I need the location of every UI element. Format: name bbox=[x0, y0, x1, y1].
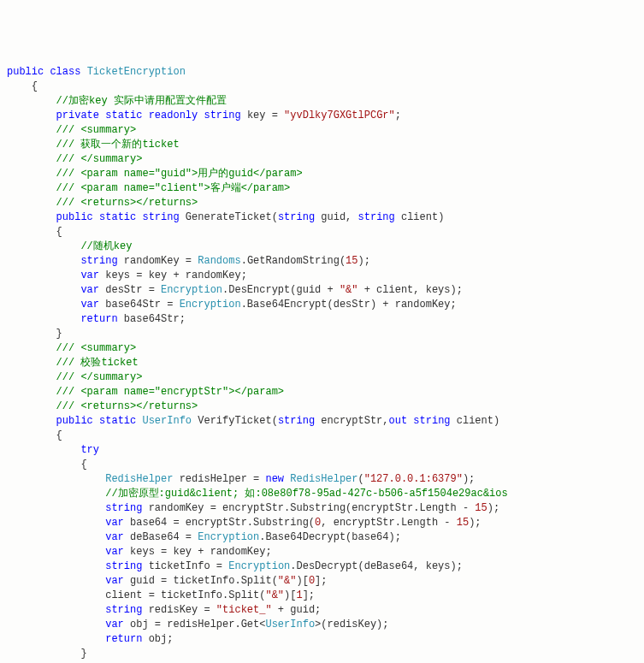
token-id: { bbox=[7, 80, 38, 92]
token-id bbox=[7, 575, 105, 587]
token-id: client = ticketInfo.Split( bbox=[7, 589, 265, 601]
code-line: /// <param name="guid">用户的guid</param> bbox=[7, 167, 644, 181]
token-id: .GetRandomString( bbox=[241, 255, 346, 267]
token-id: base64Str = bbox=[99, 299, 180, 311]
token-id: guid = ticketInfo.Split( bbox=[124, 575, 278, 587]
token-id bbox=[7, 619, 105, 630]
code-line: var obj = redisHelper.Get<UserInfo>(redi… bbox=[7, 618, 644, 632]
token-id: { bbox=[7, 226, 62, 238]
token-id: VerifyTicket( bbox=[192, 415, 278, 427]
token-id: randomKey = bbox=[118, 255, 198, 267]
token-id bbox=[7, 502, 105, 514]
code-line: public static string GenerateTicket(stri… bbox=[7, 210, 644, 225]
token-id: ( bbox=[358, 473, 364, 485]
token-id: + guid; bbox=[272, 604, 322, 616]
token-cmt: /// <summary> bbox=[56, 124, 137, 136]
token-kw: string bbox=[204, 110, 240, 121]
token-id: .DesEncrypt(guid + bbox=[222, 284, 340, 296]
token-kw: class bbox=[50, 66, 80, 78]
token-type: UserInfo bbox=[265, 619, 315, 630]
token-str: 15 bbox=[457, 517, 469, 529]
token-kw: static bbox=[99, 211, 136, 223]
token-kw: return bbox=[80, 313, 117, 325]
token-id bbox=[7, 357, 56, 369]
token-id bbox=[7, 299, 80, 311]
token-id: randomKey = encryptStr.Substring(encrypt… bbox=[142, 502, 475, 514]
token-str: 0 bbox=[309, 575, 315, 587]
code-line: /// <param name="encryptStr"></param> bbox=[7, 385, 644, 400]
token-cmt: /// <returns></returns> bbox=[56, 400, 198, 412]
token-kw: string bbox=[80, 255, 117, 267]
token-id: .Base64Encrypt(desStr) + randomKey; bbox=[241, 299, 457, 311]
token-id: ; bbox=[395, 110, 401, 121]
token-id: >(redisKey); bbox=[315, 619, 388, 630]
code-line: //加密原型:guid&client; 如:08e80f78-95ad-427c… bbox=[7, 487, 644, 501]
code-line: string randomKey = Randoms.GetRandomStri… bbox=[7, 254, 644, 269]
token-id bbox=[7, 168, 56, 180]
token-kw: var bbox=[105, 575, 124, 587]
token-kw: string bbox=[105, 502, 142, 514]
token-cmt: /// <summary> bbox=[56, 342, 137, 354]
token-id: .Base64Decrypt(base64); bbox=[259, 531, 401, 543]
token-cmt: //加密key 实际中请用配置文件配置 bbox=[56, 95, 227, 107]
token-kw: var bbox=[105, 546, 124, 558]
token-id: client) bbox=[395, 211, 445, 223]
code-line: var base64Str = Encryption.Base64Encrypt… bbox=[7, 298, 644, 312]
token-id: redisHelper = bbox=[173, 473, 265, 485]
code-line: var keys = key + randomKey; bbox=[7, 269, 644, 283]
code-line: /// </summary> bbox=[7, 370, 644, 385]
code-line: try bbox=[7, 443, 644, 458]
token-id: .DesDecrypt(deBase64, keys); bbox=[290, 560, 463, 572]
token-id bbox=[7, 197, 56, 209]
token-cmt: /// </summary> bbox=[56, 371, 143, 383]
code-line: } bbox=[7, 647, 644, 661]
token-id: ]; bbox=[315, 575, 327, 587]
token-str: 15 bbox=[475, 502, 487, 514]
token-type: Encryption bbox=[228, 560, 290, 572]
token-id bbox=[7, 604, 105, 616]
token-kw: var bbox=[105, 517, 124, 529]
token-kw: static bbox=[105, 110, 142, 121]
token-id: base64 = encryptStr.Substring( bbox=[124, 517, 315, 529]
code-line: /// <returns></returns> bbox=[7, 196, 644, 210]
token-kw: string bbox=[142, 211, 179, 223]
token-id bbox=[7, 488, 105, 500]
token-id bbox=[7, 342, 56, 354]
token-id bbox=[7, 633, 105, 645]
token-type: Encryption bbox=[161, 284, 222, 296]
token-kw: string bbox=[105, 604, 142, 616]
token-id bbox=[7, 444, 80, 456]
token-kw: var bbox=[80, 284, 99, 296]
token-kw: out bbox=[389, 415, 408, 427]
token-kw: var bbox=[80, 269, 99, 281]
token-id bbox=[142, 110, 148, 121]
token-type: TicketEncryption bbox=[87, 66, 186, 78]
code-line: /// <param name="client">客户端</param> bbox=[7, 181, 644, 196]
token-id: )[ bbox=[284, 589, 296, 601]
token-id bbox=[7, 400, 56, 412]
token-str: "127.0.0.1:6379" bbox=[364, 473, 463, 485]
code-line: /// 获取一个新的ticket bbox=[7, 138, 644, 152]
token-id: { bbox=[7, 429, 62, 441]
token-id bbox=[7, 211, 56, 223]
token-id: )[ bbox=[296, 575, 308, 587]
token-cmt: /// <param name="encryptStr"></param> bbox=[56, 386, 284, 398]
token-kw: readonly bbox=[149, 110, 198, 121]
token-kw: string bbox=[358, 211, 395, 223]
token-id bbox=[7, 371, 56, 383]
token-type: Randoms bbox=[198, 255, 240, 267]
code-line: var base64 = encryptStr.Substring(0, enc… bbox=[7, 516, 644, 530]
token-id bbox=[7, 95, 56, 107]
token-kw: private bbox=[56, 110, 99, 121]
token-id: ]; bbox=[303, 589, 315, 601]
token-id: } bbox=[7, 648, 87, 660]
token-id bbox=[7, 255, 80, 267]
token-id bbox=[7, 546, 105, 558]
token-cmt: //加密原型:guid&client; 如:08e80f78-95ad-427c… bbox=[105, 488, 507, 500]
code-line: string ticketInfo = Encryption.DesDecryp… bbox=[7, 559, 644, 574]
token-type: RedisHelper bbox=[290, 473, 357, 485]
code-line: /// <returns></returns> bbox=[7, 400, 644, 414]
token-id: { bbox=[7, 459, 87, 471]
token-id bbox=[7, 415, 56, 427]
token-id: ); bbox=[469, 517, 481, 529]
